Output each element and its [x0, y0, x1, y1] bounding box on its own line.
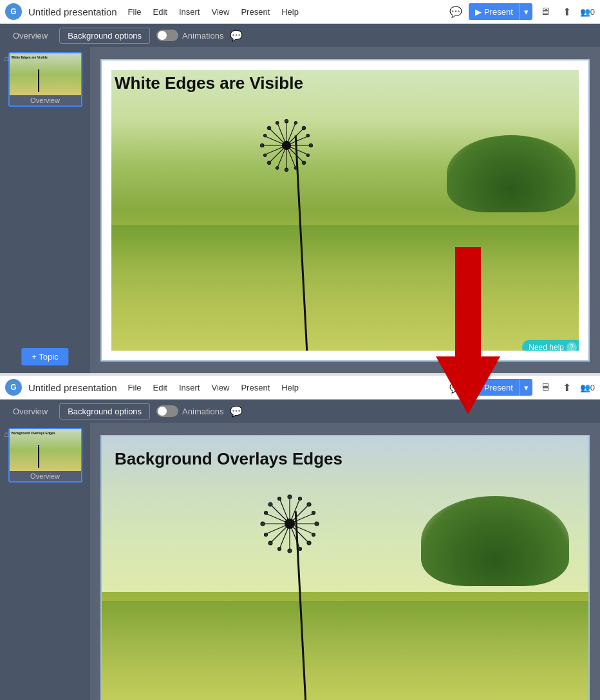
animations-toggle-2[interactable]: [156, 405, 178, 417]
slide-title-bottom: Background Overlays Edges: [115, 449, 342, 469]
svg-point-10: [267, 126, 270, 129]
toolbar-bottom: Overview Background options Animations 💬: [0, 400, 600, 423]
overview-tab[interactable]: Overview: [5, 28, 55, 43]
svg-point-4: [285, 168, 288, 171]
screen-icon[interactable]: 🖥: [536, 3, 554, 21]
slide-thumbnail-1[interactable]: White Edges are Visible Overview: [8, 52, 82, 107]
ground-layer: [102, 225, 588, 360]
slide-editor-bottom: Background Overlays Edges Need help ?: [90, 423, 600, 700]
toolbar-comment-icon[interactable]: 💬: [230, 30, 243, 42]
ground-layer-2: [102, 601, 588, 700]
background-options-tab-2[interactable]: Background options: [59, 403, 150, 419]
menu-file[interactable]: File: [124, 5, 146, 19]
menu-view[interactable]: View: [207, 5, 234, 19]
svg-point-45: [268, 502, 272, 506]
animations-toggle[interactable]: [156, 30, 178, 41]
svg-point-59: [312, 533, 315, 536]
slide-canvas-bottom: Background Overlays Edges Need help ?: [100, 435, 590, 701]
svg-point-47: [307, 502, 311, 506]
slide-canvas-top: White Edges are Visible Need help ?: [100, 59, 590, 362]
animations-toggle-container: Animations: [156, 30, 223, 41]
play-icon: ▶: [475, 7, 482, 17]
animations-label: Animations: [182, 31, 223, 41]
menu-insert[interactable]: Insert: [174, 5, 205, 19]
menu-bar-2: File Edit Insert View Present Help: [124, 380, 440, 395]
menu-help[interactable]: Help: [277, 5, 303, 19]
menu-help-2[interactable]: Help: [277, 380, 303, 395]
need-help-button-top[interactable]: Need help ?: [522, 340, 583, 355]
svg-point-12: [302, 126, 305, 129]
svg-line-48: [272, 524, 290, 542]
toolbar-top: Overview Background options Animations 💬: [0, 24, 600, 47]
top-half: G Untitled presentation File Edit Insert…: [0, 0, 600, 373]
svg-point-24: [306, 154, 310, 157]
menu-present-2[interactable]: Present: [236, 380, 274, 395]
users-badge: 👥 0: [580, 7, 595, 17]
app-logo-2: G: [5, 379, 22, 396]
app-title: Untitled presentation: [28, 6, 117, 17]
present-dropdown-arrow-2[interactable]: ▾: [520, 379, 532, 396]
dandelion-head: [258, 116, 315, 174]
present-main[interactable]: ▶ Present: [469, 3, 520, 20]
svg-point-39: [288, 549, 292, 553]
dandelion-head-2: [258, 492, 322, 556]
overview-tab-2[interactable]: Overview: [5, 404, 55, 419]
animations-label-2: Animations: [182, 407, 223, 416]
svg-line-9: [270, 129, 286, 145]
svg-point-28: [294, 121, 297, 124]
toolbar-comment-icon-2[interactable]: 💬: [230, 405, 243, 418]
slide-thumbnail-2[interactable]: Background Overlays Edges Overview: [8, 428, 82, 483]
comments-icon[interactable]: 💬: [447, 3, 465, 21]
svg-rect-33: [455, 247, 481, 356]
svg-point-67: [298, 547, 301, 550]
menu-edit[interactable]: Edit: [149, 5, 172, 19]
menu-edit-2[interactable]: Edit: [149, 380, 172, 395]
home-icon: ⌂: [4, 53, 9, 63]
present-button[interactable]: ▶ Present ▾: [469, 3, 532, 20]
top-right-controls: 💬 ▶ Present ▾ 🖥 ⬆ 👥 0: [447, 3, 595, 21]
main-content-top: ⌂ White Edges are Visible Overview + Top…: [0, 47, 600, 373]
svg-point-6: [260, 143, 263, 147]
slide-editor-top: White Edges are Visible Need help ?: [90, 47, 600, 373]
svg-line-50: [290, 524, 308, 542]
trees-decoration: [447, 135, 576, 212]
svg-point-65: [277, 547, 281, 550]
add-topic-button-top[interactable]: + Topic: [21, 348, 68, 365]
svg-point-18: [263, 134, 267, 137]
users-icon-2: 👥: [580, 383, 590, 392]
svg-marker-34: [436, 356, 500, 414]
thumb-label-2: Overview: [10, 471, 81, 481]
svg-point-63: [298, 497, 301, 500]
menu-insert-2[interactable]: Insert: [174, 380, 205, 395]
top-bar: G Untitled presentation File Edit Insert…: [0, 0, 600, 24]
svg-point-30: [276, 166, 279, 169]
svg-point-55: [312, 511, 315, 514]
background-options-tab[interactable]: Background options: [59, 28, 150, 44]
svg-point-22: [263, 154, 267, 157]
svg-point-32: [294, 166, 297, 169]
share-icon[interactable]: ⬆: [558, 3, 576, 21]
share-icon-2[interactable]: ⬆: [558, 378, 576, 396]
sidebar-top: ⌂ White Edges are Visible Overview + Top…: [0, 47, 90, 373]
svg-point-41: [261, 522, 265, 526]
svg-line-13: [270, 145, 286, 161]
menu-present[interactable]: Present: [236, 5, 274, 19]
menu-view-2[interactable]: View: [207, 380, 234, 395]
svg-point-43: [315, 522, 319, 526]
animations-toggle-container-2: Animations: [156, 405, 223, 417]
red-arrow-wrapper: [436, 247, 500, 417]
svg-point-14: [267, 161, 270, 164]
screen-icon-2[interactable]: 🖥: [536, 378, 554, 396]
svg-line-46: [290, 506, 308, 524]
slide-title-top: White Edges are Visible: [115, 73, 303, 93]
app-title-2: Untitled presentation: [28, 382, 117, 393]
svg-point-2: [285, 119, 288, 122]
top-bar-2: G Untitled presentation File Edit Insert…: [0, 376, 600, 400]
present-dropdown-arrow[interactable]: ▾: [520, 3, 532, 20]
menu-file-2[interactable]: File: [124, 380, 146, 395]
sidebar-bottom: ⌂ Background Overlays Edges Overview + T…: [0, 423, 90, 700]
svg-point-26: [276, 121, 279, 124]
trees-decoration-2: [421, 496, 569, 586]
users-badge-2: 👥 0: [580, 383, 595, 392]
menu-bar: File Edit Insert View Present Help: [124, 5, 440, 19]
